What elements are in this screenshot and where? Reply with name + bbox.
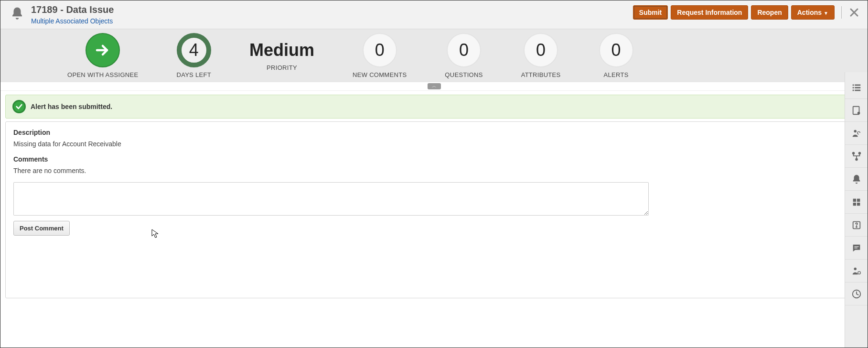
stat-label: QUESTIONS [445, 71, 482, 78]
svg-point-13 [858, 152, 860, 154]
post-comment-button[interactable]: Post Comment [13, 221, 70, 236]
user-refresh-icon[interactable] [845, 122, 868, 145]
svg-point-10 [857, 111, 860, 114]
svg-rect-22 [854, 248, 857, 248]
stat-label: ALERTS [603, 71, 628, 78]
attributes-circle: 0 [524, 33, 558, 67]
svg-rect-4 [855, 84, 860, 86]
header-actions: Submit Request Information Reopen Action… [633, 4, 860, 20]
reopen-button[interactable]: Reopen [751, 5, 788, 20]
stat-label: ATTRIBUTES [521, 71, 561, 78]
questions-value: 0 [459, 40, 469, 60]
stat-open-with-assignee: OPEN WITH ASSIGNEE [20, 33, 157, 78]
user-settings-icon[interactable] [845, 260, 868, 283]
stat-alerts: 0 ALERTS [580, 33, 653, 78]
page-header: 17189 - Data Issue Multiple Associated O… [0, 0, 868, 29]
separator [841, 6, 842, 19]
svg-rect-6 [855, 87, 860, 88]
svg-point-11 [854, 130, 857, 132]
description-body: Missing data for Account Receivable [13, 140, 855, 148]
success-banner: Alert has been submitted. [5, 95, 863, 119]
banner-text: Alert has been submitted. [31, 103, 112, 110]
svg-rect-3 [852, 84, 854, 86]
svg-rect-18 [857, 202, 859, 205]
svg-point-23 [854, 267, 857, 270]
checkmark-icon [12, 100, 26, 113]
workflow-icon[interactable] [845, 145, 868, 168]
stat-label: NEW COMMENTS [353, 71, 407, 78]
svg-rect-5 [852, 87, 854, 88]
stat-label: PRIORITY [267, 64, 297, 71]
submit-button[interactable]: Submit [633, 5, 668, 20]
comments-heading: Comments [13, 155, 855, 163]
svg-point-14 [856, 158, 857, 160]
svg-rect-21 [854, 246, 858, 247]
stat-days-left: 4 DAYS LEFT [157, 33, 230, 78]
days-left-ring: 4 [177, 33, 211, 67]
svg-rect-16 [857, 198, 859, 201]
alerts-value: 0 [611, 40, 621, 60]
stat-questions: 0 QUESTIONS [426, 33, 502, 78]
description-heading: Description [13, 129, 855, 136]
stat-attributes: 0 ATTRIBUTES [502, 33, 580, 78]
attributes-value: 0 [536, 40, 546, 60]
detail-card: Description Missing data for Account Rec… [5, 121, 863, 298]
stat-label: DAYS LEFT [176, 71, 211, 78]
svg-rect-7 [852, 89, 854, 91]
grid-icon[interactable] [845, 191, 868, 214]
stats-strip: OPEN WITH ASSIGNEE 4 DAYS LEFT Medium PR… [0, 29, 868, 82]
list-icon[interactable] [845, 76, 868, 99]
associated-objects-link[interactable]: Multiple Associated Objects [31, 17, 113, 25]
svg-rect-15 [853, 198, 856, 201]
svg-point-24 [857, 271, 860, 274]
svg-rect-17 [853, 202, 856, 205]
actions-menu-button[interactable]: Actions▼ [791, 5, 835, 20]
status-open-icon [86, 33, 120, 67]
bell-icon [10, 6, 24, 21]
comments-empty-text: There are no comments. [13, 167, 855, 174]
alerts-circle: 0 [599, 33, 633, 67]
collapse-stats-button[interactable]: ︿ [428, 83, 441, 89]
help-icon[interactable] [845, 214, 868, 237]
svg-rect-8 [855, 89, 860, 91]
history-icon[interactable] [845, 283, 868, 305]
request-information-button[interactable]: Request Information [671, 5, 748, 20]
svg-point-20 [856, 226, 857, 227]
questions-circle: 0 [447, 33, 481, 67]
new-comments-circle: 0 [363, 33, 397, 67]
days-left-value: 4 [189, 40, 199, 60]
right-icon-rail [845, 72, 868, 348]
close-icon[interactable] [848, 7, 860, 18]
stat-new-comments: 0 NEW COMMENTS [333, 33, 426, 78]
bell-icon[interactable] [845, 168, 868, 191]
stat-label: OPEN WITH ASSIGNEE [67, 71, 138, 78]
priority-value: Medium [249, 40, 314, 60]
new-comments-value: 0 [375, 40, 385, 60]
form-icon[interactable] [845, 99, 868, 122]
chat-icon[interactable] [845, 237, 868, 260]
stat-priority: Medium PRIORITY [230, 40, 333, 71]
comment-input[interactable] [13, 182, 649, 216]
collapse-bar: ︿ [0, 82, 868, 91]
svg-point-12 [852, 152, 854, 154]
chevron-down-icon: ▼ [824, 11, 828, 16]
page-title: 17189 - Data Issue [31, 4, 114, 15]
